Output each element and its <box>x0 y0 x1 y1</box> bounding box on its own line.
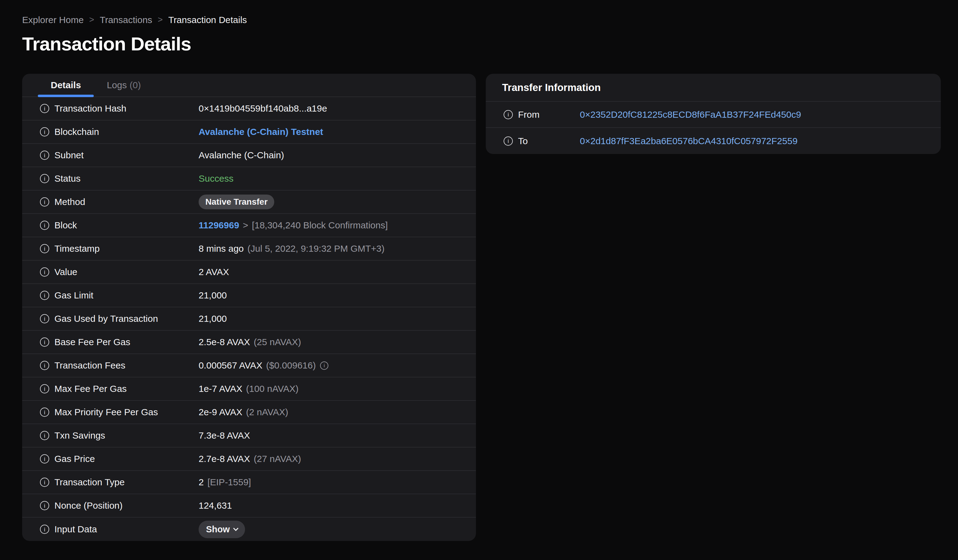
row-label: Gas Price <box>54 454 95 464</box>
info-icon[interactable]: i <box>40 314 49 323</box>
info-icon[interactable]: i <box>40 384 49 394</box>
value-secondary-text: (25 nAVAX) <box>254 337 301 347</box>
value-link[interactable]: 11296969 <box>198 220 239 231</box>
chevron-right-icon: > <box>158 15 163 25</box>
value-text: 21,000 <box>198 290 227 301</box>
value-text: 124,631 <box>198 500 232 511</box>
info-icon[interactable]: i <box>40 408 49 417</box>
row-label: Method <box>54 197 85 207</box>
info-icon[interactable]: i <box>40 291 49 300</box>
row-value: 1e-7 AVAX(100 nAVAX) <box>198 384 467 394</box>
show-button-label: Show <box>206 524 230 535</box>
info-icon[interactable]: i <box>40 174 49 183</box>
address-link[interactable]: 0×2352D20fC81225c8ECD8f6FaA1B37F24FEd450… <box>580 109 801 120</box>
detail-row-nonce-position: i Nonce (Position) 124,631 <box>22 494 476 517</box>
row-value: 2[EIP-1559] <box>198 477 467 487</box>
row-label: Gas Used by Transaction <box>54 313 158 324</box>
value-text: 7.3e-8 AVAX <box>198 430 250 441</box>
page-title: Transaction Details <box>22 33 958 55</box>
detail-row-txn-savings: i Txn Savings 7.3e-8 AVAX <box>22 424 476 448</box>
tab-bar: DetailsLogs(0) <box>22 74 476 97</box>
method-badge: Native Transfer <box>198 195 274 209</box>
info-icon[interactable]: i <box>40 337 49 347</box>
tab-label: Details <box>51 80 81 90</box>
address-link[interactable]: 0×2d1d87fF3Ea2ba6E0576bCA4310fC057972F25… <box>580 136 798 146</box>
info-icon[interactable]: i <box>320 361 328 370</box>
row-value: Native Transfer <box>198 195 467 209</box>
page: Explorer Home>Transactions>Transaction D… <box>0 0 958 541</box>
detail-row-gas-limit: i Gas Limit 21,000 <box>22 284 476 307</box>
row-label: Nonce (Position) <box>54 500 123 511</box>
row-value: 0×1419b04559bf140ab8...a19e <box>198 103 467 114</box>
row-value: 124,631 <box>198 500 467 511</box>
value-secondary-text: [EIP-1559] <box>208 477 251 487</box>
row-label: From <box>518 109 539 120</box>
row-value: 21,000 <box>198 313 467 324</box>
row-label: Status <box>54 173 81 184</box>
content-panels: DetailsLogs(0) i Transaction Hash 0×1419… <box>22 74 958 541</box>
info-icon[interactable]: i <box>40 431 49 440</box>
info-icon[interactable]: i <box>40 454 49 464</box>
show-input-data-button[interactable]: Show <box>198 520 245 538</box>
breadcrumb-item-transactions[interactable]: Transactions <box>100 15 152 25</box>
row-value: 2.7e-8 AVAX(27 nAVAX) <box>198 454 467 464</box>
row-label: Base Fee Per Gas <box>54 337 130 347</box>
row-value: Avalanche (C-Chain) <box>198 150 467 160</box>
row-value: 0.000567 AVAX($0.009616)i <box>198 360 467 371</box>
info-icon[interactable]: i <box>40 267 49 277</box>
info-icon[interactable]: i <box>40 127 49 136</box>
value-secondary-text: [18,304,240 Block Confirmations] <box>252 220 388 231</box>
detail-row-transaction-type: i Transaction Type 2[EIP-1559] <box>22 471 476 494</box>
detail-row-subnet: i Subnet Avalanche (C-Chain) <box>22 144 476 167</box>
row-label-wrap: i Blockchain <box>40 127 99 137</box>
row-label-wrap: i Transaction Type <box>40 477 125 487</box>
row-label-wrap: i Gas Price <box>40 454 95 464</box>
value-secondary-text: > <box>243 220 248 231</box>
value-link[interactable]: Avalanche (C-Chain) Testnet <box>198 127 323 137</box>
row-label: Input Data <box>54 524 97 535</box>
value-text: 8 mins ago <box>198 244 244 254</box>
info-icon[interactable]: i <box>40 361 49 370</box>
row-value: 2.5e-8 AVAX(25 nAVAX) <box>198 337 467 347</box>
info-icon[interactable]: i <box>40 501 49 510</box>
row-value: 0×2352D20fC81225c8ECD8f6FaA1B37F24FEd450… <box>580 109 931 120</box>
tab-logs[interactable]: Logs(0) <box>94 74 154 96</box>
info-icon[interactable]: i <box>40 478 49 487</box>
transfer-row-from: i From 0×2352D20fC81225c8ECD8f6FaA1B37F2… <box>486 102 941 128</box>
value-secondary-text: (100 nAVAX) <box>246 384 298 394</box>
row-label-wrap: i Status <box>40 173 81 184</box>
row-label-wrap: i To <box>504 136 528 146</box>
row-value: 2 AVAX <box>198 267 467 277</box>
detail-row-block: i Block 11296969>[18,304,240 Block Confi… <box>22 214 476 237</box>
row-value: 0×2d1d87fF3Ea2ba6E0576bCA4310fC057972F25… <box>580 136 931 146</box>
value-secondary-text: (27 nAVAX) <box>254 454 301 464</box>
detail-row-max-fee-per-gas: i Max Fee Per Gas 1e-7 AVAX(100 nAVAX) <box>22 377 476 401</box>
row-value: Success <box>198 173 467 184</box>
breadcrumb: Explorer Home>Transactions>Transaction D… <box>22 13 958 27</box>
value-secondary-text: (Jul 5, 2022, 9:19:32 PM GMT+3) <box>247 244 385 254</box>
detail-row-gas-price: i Gas Price 2.7e-8 AVAX(27 nAVAX) <box>22 448 476 471</box>
info-icon[interactable]: i <box>40 244 49 253</box>
chevron-down-icon <box>233 526 239 531</box>
info-icon[interactable]: i <box>40 197 49 207</box>
info-icon[interactable]: i <box>40 525 49 534</box>
info-icon[interactable]: i <box>40 104 49 113</box>
row-label-wrap: i Nonce (Position) <box>40 500 123 511</box>
row-label: Transaction Fees <box>54 360 125 371</box>
info-icon[interactable]: i <box>504 136 513 146</box>
transfer-information-panel: Transfer Information i From 0×2352D20fC8… <box>486 74 941 154</box>
detail-row-transaction-hash: i Transaction Hash 0×1419b04559bf140ab8.… <box>22 97 476 120</box>
breadcrumb-item-explorer-home[interactable]: Explorer Home <box>22 15 84 25</box>
detail-row-base-fee-per-gas: i Base Fee Per Gas 2.5e-8 AVAX(25 nAVAX) <box>22 331 476 354</box>
transfer-rows: i From 0×2352D20fC81225c8ECD8f6FaA1B37F2… <box>486 102 941 154</box>
row-label: Timestamp <box>54 244 100 254</box>
row-label-wrap: i Gas Used by Transaction <box>40 313 158 324</box>
row-label-wrap: i Timestamp <box>40 244 100 254</box>
info-icon[interactable]: i <box>40 221 49 230</box>
info-icon[interactable]: i <box>40 150 49 160</box>
detail-row-method: i Method Native Transfer <box>22 191 476 214</box>
tab-details[interactable]: Details <box>38 74 94 96</box>
info-icon[interactable]: i <box>504 110 513 119</box>
row-label-wrap: i Transaction Hash <box>40 103 126 114</box>
value-text: Avalanche (C-Chain) <box>198 150 284 160</box>
